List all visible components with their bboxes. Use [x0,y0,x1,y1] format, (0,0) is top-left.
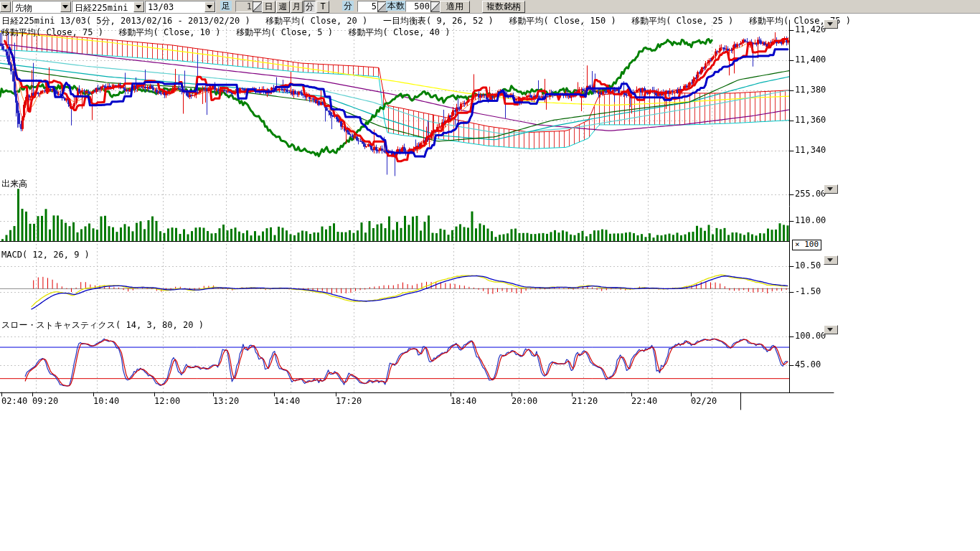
minute-label: 分 [342,1,354,11]
volume-multiplier-badge: × 100 [792,240,821,250]
stoch-panel-title: スロー・ストキャスティクス( 14, 3, 80, 20 ) [1,321,204,330]
dropdown-arrow-icon[interactable] [133,1,144,12]
period-button-tick[interactable]: T [316,1,329,13]
contract-month-value: 13/03 [148,2,174,12]
dropdown-arrow-icon[interactable] [0,1,11,12]
toolbar: 先物 日経225mini 13/03 足 1 日 週 月 分 T 分 5 本数 … [0,0,980,14]
dropdown-arrow-icon[interactable] [204,1,215,12]
main-panel-dropdown-button[interactable] [824,19,838,29]
chart-legend-line2: 移動平均( Close, 75 ) 移動平均( Close, 10 ) 移動平均… [1,28,450,37]
edge-combo[interactable] [0,1,11,13]
bar-count-label: 本数 [386,1,406,11]
period-button-monthly[interactable]: 月 [291,1,303,13]
price-chart-canvas[interactable] [0,0,980,551]
category-value: 先物 [15,2,32,14]
apply-button[interactable]: 適用 [440,1,470,13]
macd-panel-title: MACD( 12, 26, 9 ) [1,250,90,260]
stoch-panel-dropdown-button[interactable] [824,325,838,334]
bar-type-label: 足 [220,1,232,11]
volume-panel-title: 出来高 [1,179,27,189]
period-button-weekly[interactable]: 週 [276,1,290,13]
period-button-daily[interactable]: 日 [262,1,275,13]
symbol-value: 日経225mini [75,2,128,14]
volume-panel-dropdown-button[interactable] [824,184,838,194]
symbol-combo[interactable]: 日経225mini [72,1,145,13]
multi-symbol-button[interactable]: 複数銘柄 [482,1,525,13]
category-combo[interactable]: 先物 [12,1,72,13]
chart-legend-line1: 日経225mini 13/03( 5分, 2013/02/16 - 2013/0… [1,17,851,26]
bar-interval-spinner[interactable] [253,1,263,12]
macd-panel-dropdown-button[interactable] [824,255,838,265]
period-button-minute[interactable]: 分 [303,1,316,13]
minute-input[interactable]: 5 [357,1,379,12]
dropdown-arrow-icon[interactable] [60,1,71,12]
bar-interval-input[interactable]: 1 [235,1,254,12]
bar-count-input[interactable]: 500 [405,1,432,12]
bar-count-spinner[interactable] [430,1,440,12]
contract-month-combo[interactable]: 13/03 [145,1,216,13]
